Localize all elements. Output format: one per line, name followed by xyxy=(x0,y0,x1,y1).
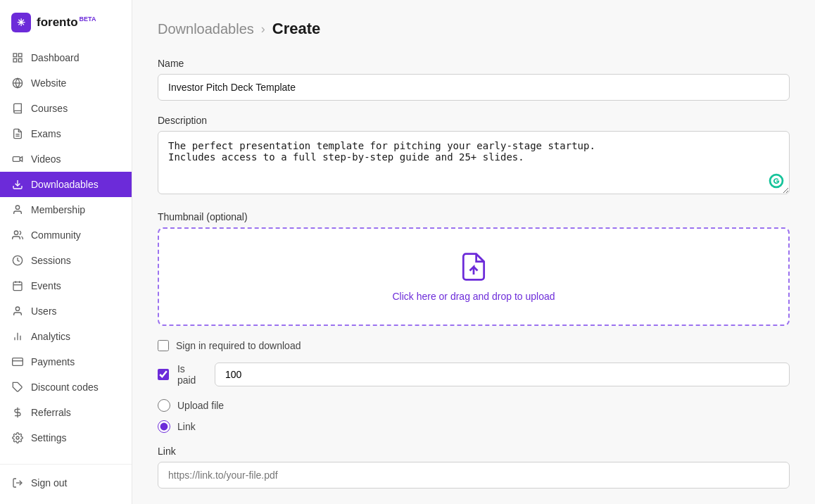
sidebar-item-analytics[interactable]: Analytics xyxy=(0,324,132,349)
events-icon xyxy=(11,279,24,292)
link-field-label: Link xyxy=(158,446,790,457)
sidebar-item-website-label: Website xyxy=(31,77,66,89)
description-wrapper: The perfect presentation template for pi… xyxy=(158,131,790,197)
sign-in-checkbox[interactable] xyxy=(158,340,169,351)
sidebar-item-events-label: Events xyxy=(31,280,61,291)
sidebar-item-payments-label: Payments xyxy=(31,356,75,367)
sessions-icon xyxy=(11,254,24,267)
is-paid-label: Is paid xyxy=(177,363,206,386)
settings-icon xyxy=(11,431,24,444)
sidebar-item-sign-out-label: Sign out xyxy=(31,477,67,489)
sidebar-item-website[interactable]: Website xyxy=(0,70,132,96)
name-section: Name xyxy=(158,58,790,101)
sidebar-item-courses[interactable]: Courses xyxy=(0,96,132,121)
sidebar-item-dashboard[interactable]: Dashboard xyxy=(0,45,132,70)
svg-point-26 xyxy=(16,436,19,439)
sidebar-item-exams-label: Exams xyxy=(31,128,61,139)
link-radio-label: Link xyxy=(177,421,196,432)
svg-rect-8 xyxy=(13,157,20,162)
main-content: Downloadables › Create Name Description … xyxy=(132,0,815,504)
sidebar-item-events[interactable]: Events xyxy=(0,273,132,298)
upload-file-radio[interactable] xyxy=(158,399,170,412)
sidebar-item-dashboard-label: Dashboard xyxy=(31,52,80,63)
description-input[interactable]: The perfect presentation template for pi… xyxy=(158,131,790,194)
upload-text: Click here or drag and drop to upload xyxy=(392,291,555,302)
users-icon xyxy=(11,305,24,317)
downloadables-icon xyxy=(11,178,24,191)
link-radio[interactable] xyxy=(158,420,170,433)
svg-rect-22 xyxy=(13,358,23,366)
upload-file-radio-row: Upload file xyxy=(158,399,790,412)
upload-area[interactable]: Click here or drag and drop to upload xyxy=(158,227,790,326)
website-icon xyxy=(11,77,24,89)
breadcrumb: Downloadables › Create xyxy=(158,20,790,38)
membership-icon xyxy=(11,203,24,216)
sidebar-item-referrals-label: Referrals xyxy=(31,407,71,418)
referrals-icon xyxy=(11,406,24,419)
link-input[interactable] xyxy=(158,462,790,489)
sidebar-item-users-label: Users xyxy=(31,305,57,317)
sidebar-item-analytics-label: Analytics xyxy=(31,331,70,342)
svg-rect-1 xyxy=(18,53,22,57)
sign-in-row: Sign in required to download xyxy=(158,340,790,351)
main-nav: Dashboard Website Courses Exams Videos xyxy=(0,42,132,464)
sidebar-item-videos-label: Videos xyxy=(31,153,61,165)
community-icon xyxy=(11,229,24,241)
upload-icon xyxy=(458,251,489,282)
sidebar-item-sign-out[interactable]: Sign out xyxy=(0,470,132,496)
sidebar-item-referrals[interactable]: Referrals xyxy=(0,400,132,425)
svg-point-11 xyxy=(15,206,19,209)
courses-icon xyxy=(11,102,24,115)
description-section: Description The perfect presentation tem… xyxy=(158,115,790,197)
is-paid-checkbox[interactable] xyxy=(158,369,169,380)
grammarly-icon xyxy=(769,173,784,191)
discount-codes-icon xyxy=(11,381,24,393)
name-input[interactable] xyxy=(158,74,790,101)
sidebar-item-payments[interactable]: Payments xyxy=(0,349,132,374)
sidebar: ✳ forentoBETA Dashboard Website Courses xyxy=(0,0,132,504)
svg-rect-14 xyxy=(13,282,22,291)
svg-rect-2 xyxy=(13,58,17,62)
sidebar-item-community-label: Community xyxy=(31,229,81,241)
sign-in-label: Sign in required to download xyxy=(176,340,301,351)
svg-marker-9 xyxy=(20,157,22,162)
description-label: Description xyxy=(158,115,790,126)
sidebar-item-exams[interactable]: Exams xyxy=(0,121,132,146)
link-radio-row: Link xyxy=(158,420,790,433)
svg-rect-0 xyxy=(13,53,17,57)
price-input[interactable] xyxy=(215,363,790,386)
svg-rect-3 xyxy=(18,58,22,62)
sidebar-item-downloadables-label: Downloadables xyxy=(31,179,99,190)
file-type-radio-group: Upload file Link xyxy=(158,399,790,433)
videos-icon xyxy=(11,153,24,165)
thumbnail-section: Thumbnail (optional) Click here or drag … xyxy=(158,211,790,326)
sidebar-item-settings[interactable]: Settings xyxy=(0,425,132,451)
exams-icon xyxy=(11,127,24,140)
upload-file-radio-label: Upload file xyxy=(177,400,224,411)
breadcrumb-parent[interactable]: Downloadables xyxy=(158,21,254,37)
sidebar-item-settings-label: Settings xyxy=(31,432,67,443)
thumbnail-label: Thumbnail (optional) xyxy=(158,211,790,222)
sidebar-item-community[interactable]: Community xyxy=(0,222,132,248)
sign-out-icon xyxy=(11,477,24,489)
sidebar-item-sessions[interactable]: Sessions xyxy=(0,248,132,273)
payments-icon xyxy=(11,355,24,368)
sidebar-item-sessions-label: Sessions xyxy=(31,255,71,266)
sidebar-item-downloadables[interactable]: Downloadables xyxy=(0,172,132,197)
sidebar-item-courses-label: Courses xyxy=(31,103,68,114)
dashboard-icon xyxy=(11,51,24,64)
svg-point-18 xyxy=(15,307,19,310)
sidebar-item-discount-codes[interactable]: Discount codes xyxy=(0,374,132,400)
svg-point-12 xyxy=(14,231,18,234)
name-label: Name xyxy=(158,58,790,69)
breadcrumb-current: Create xyxy=(272,20,320,38)
sidebar-item-membership-label: Membership xyxy=(31,204,85,215)
link-field-section: Link xyxy=(158,446,790,489)
sidebar-item-membership[interactable]: Membership xyxy=(0,197,132,222)
sidebar-item-users[interactable]: Users xyxy=(0,298,132,324)
sidebar-item-discount-codes-label: Discount codes xyxy=(31,382,99,393)
sidebar-item-videos[interactable]: Videos xyxy=(0,146,132,172)
logo: ✳ forentoBETA xyxy=(0,0,132,42)
analytics-icon xyxy=(11,330,24,343)
logo-icon: ✳ xyxy=(11,13,31,32)
